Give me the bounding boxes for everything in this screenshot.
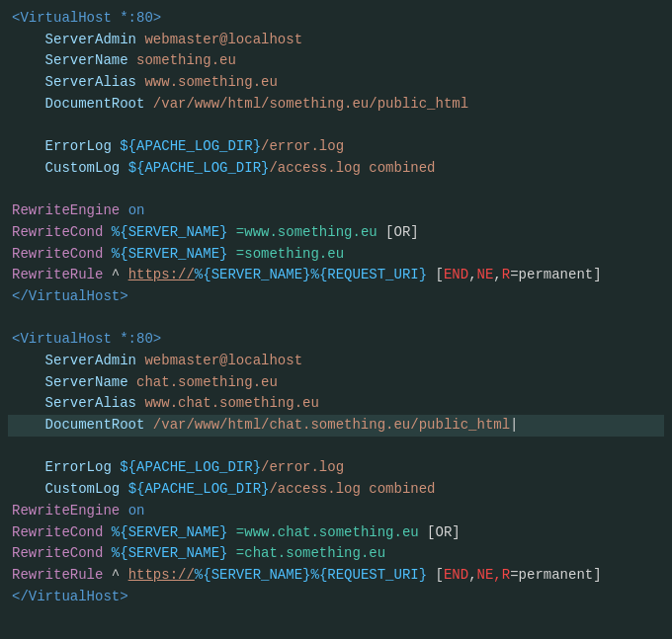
code-token: R (502, 267, 510, 282)
code-line: ErrorLog ${APACHE_LOG_DIR}/error.log (8, 457, 664, 479)
code-token: www.something.eu (144, 74, 277, 90)
code-token: </VirtualHost> (12, 589, 128, 604)
code-token: https:// (128, 267, 195, 282)
code-token: ServerName (12, 374, 136, 390)
code-token: =something.eu (227, 246, 344, 262)
code-token: DocumentRoot (12, 96, 153, 112)
code-token: on (128, 503, 145, 519)
code-token: ^ (112, 567, 128, 583)
code-token: [ (427, 267, 444, 282)
code-token: =permanent] (510, 267, 601, 282)
code-line: ServerAdmin webmaster@localhost (8, 30, 664, 51)
code-token: ErrorLog (12, 138, 120, 154)
code-token: =chat.something.eu (227, 545, 385, 561)
code-token: combined (369, 160, 435, 176)
code-token: ServerAdmin (12, 353, 144, 368)
code-token: <VirtualHost *:80> (12, 331, 161, 347)
code-token: ^ (112, 267, 128, 282)
code-token: %{SERVER_NAME} (112, 224, 228, 240)
code-token: ${APACHE_LOG_DIR} (120, 459, 261, 475)
code-line (8, 180, 664, 201)
code-token: ServerAdmin (12, 32, 144, 47)
code-line: CustomLog ${APACHE_LOG_DIR}/access.log c… (8, 479, 664, 501)
code-token: RewriteCond (12, 524, 112, 540)
code-token: RewriteEngine (12, 202, 128, 218)
code-token: =www.something.eu (227, 224, 385, 240)
code-token: [ (427, 567, 444, 583)
code-token: [OR] (427, 524, 461, 540)
code-token: ServerAlias (12, 74, 144, 90)
code-line: ServerAdmin webmaster@localhost (8, 351, 664, 372)
code-line: DocumentRoot /var/www/html/something.eu/… (8, 94, 664, 116)
code-token: /var/www/html/something.eu/public_html (153, 96, 468, 112)
code-token: ${APACHE_LOG_DIR} (128, 481, 270, 497)
code-token: , (468, 567, 476, 583)
code-token: webmaster@localhost (144, 353, 302, 368)
code-token: =permanent] (510, 567, 601, 583)
code-token: /access.log (269, 160, 369, 176)
code-token: webmaster@localhost (144, 32, 302, 47)
code-token: on (128, 202, 145, 218)
code-token: %{REQUEST_URI} (310, 267, 427, 282)
code-token: %{SERVER_NAME} (112, 545, 228, 561)
code-token: RewriteCond (12, 224, 112, 240)
code-token: RewriteCond (12, 545, 112, 561)
code-token: R (502, 567, 510, 583)
code-line: DocumentRoot /var/www/html/chat.somethin… (8, 415, 664, 437)
code-line: RewriteCond %{SERVER_NAME} =www.somethin… (8, 222, 664, 244)
code-line: ServerName something.eu (8, 50, 664, 72)
code-token: ServerName (12, 52, 136, 68)
code-token: , (468, 267, 476, 282)
code-token: RewriteRule (12, 567, 112, 583)
code-token: something.eu (136, 52, 236, 68)
code-token: <VirtualHost *:80> (12, 10, 161, 26)
code-token: ServerAlias (12, 395, 144, 411)
code-token: /error.log (261, 138, 344, 154)
code-token: | (510, 417, 518, 433)
code-line: <VirtualHost *:80> (8, 329, 664, 351)
code-token: ${APACHE_LOG_DIR} (120, 138, 261, 154)
code-token: , (493, 567, 501, 583)
code-token: END (444, 567, 468, 583)
code-token: RewriteRule (12, 267, 112, 282)
code-token: /access.log (269, 481, 369, 497)
code-line: <VirtualHost *:80> (8, 8, 664, 30)
code-editor: <VirtualHost *:80> ServerAdmin webmaster… (0, 8, 672, 607)
code-line (8, 308, 664, 330)
code-token: %{SERVER_NAME} (112, 524, 228, 540)
code-line: RewriteCond %{SERVER_NAME} =www.chat.som… (8, 522, 664, 544)
code-token: ${APACHE_LOG_DIR} (128, 160, 270, 176)
code-token: chat.something.eu (136, 374, 278, 390)
code-line: RewriteCond %{SERVER_NAME} =something.eu (8, 244, 664, 266)
code-token: CustomLog (12, 160, 128, 176)
code-line: </VirtualHost> (8, 587, 664, 608)
code-token: DocumentRoot (12, 417, 153, 433)
code-token: CustomLog (12, 481, 128, 497)
code-line (8, 115, 664, 136)
code-line: ServerName chat.something.eu (8, 372, 664, 394)
code-token: %{SERVER_NAME} (112, 246, 228, 262)
code-token: [OR] (385, 224, 419, 240)
code-line: RewriteRule ^ https://%{SERVER_NAME}%{RE… (8, 565, 664, 587)
code-token: https:// (128, 567, 195, 583)
code-token: RewriteEngine (12, 503, 128, 519)
code-token: </VirtualHost> (12, 288, 128, 304)
code-token: END (444, 267, 468, 282)
code-line: RewriteEngine on (8, 501, 664, 522)
code-line: CustomLog ${APACHE_LOG_DIR}/access.log c… (8, 158, 664, 180)
code-token: NE (477, 267, 494, 282)
code-line: RewriteCond %{SERVER_NAME} =chat.somethi… (8, 543, 664, 565)
code-token: /error.log (261, 459, 344, 475)
code-token: %{SERVER_NAME} (195, 267, 311, 282)
code-line: RewriteEngine on (8, 200, 664, 222)
code-token: RewriteCond (12, 246, 112, 262)
code-token: combined (369, 481, 435, 497)
code-line: ErrorLog ${APACHE_LOG_DIR}/error.log (8, 136, 664, 158)
code-line: RewriteRule ^ https://%{SERVER_NAME}%{RE… (8, 265, 664, 286)
code-line (8, 437, 664, 458)
code-token: %{REQUEST_URI} (310, 567, 427, 583)
code-token: NE (477, 567, 494, 583)
code-line: </VirtualHost> (8, 286, 664, 308)
code-token: , (493, 267, 501, 282)
code-token: /var/www/html/chat.something.eu/public_h… (153, 417, 510, 433)
